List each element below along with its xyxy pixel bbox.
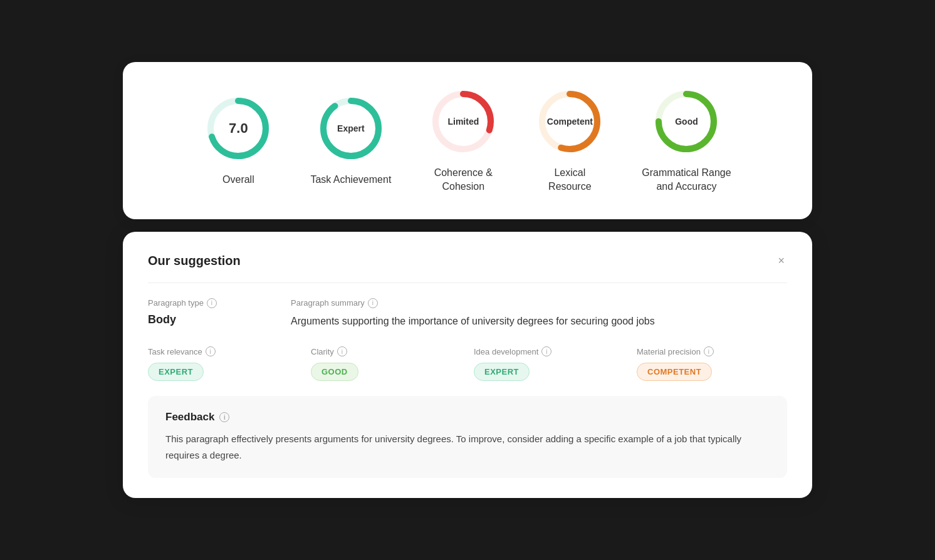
ring-text-grammatical-range: Good [675,116,698,127]
score-label-task-achievement: Task Achievement [310,173,391,187]
ring-coherence-cohesion: Limited [429,87,498,156]
metric-badge-idea-development: EXPERT [474,363,530,381]
score-label-coherence-cohesion: Coherence &Cohesion [434,166,493,194]
paragraph-type-label: Paragraph type i [148,298,273,308]
suggestion-title: Our suggestion [148,254,241,268]
score-item-coherence-cohesion: Limited Coherence &Cohesion [429,87,498,194]
metric-info-icon-clarity[interactable]: i [337,346,347,356]
ring-overall: 7.0 [204,94,273,163]
score-item-task-achievement: Expert Task Achievement [310,94,391,187]
metric-label-idea-development: Idea development i [474,346,624,356]
metric-task-relevance: Task relevance i EXPERT [148,346,298,381]
metrics-row: Task relevance i EXPERT Clarity i GOOD I… [148,346,787,381]
metric-info-icon-idea-development[interactable]: i [541,346,551,356]
paragraph-summary-info-icon[interactable]: i [368,298,378,308]
feedback-text: This paragraph effectively presents argu… [165,431,770,463]
scores-card: 7.0 Overall Expert Task Achievement Limi… [123,62,812,219]
ring-text-task-achievement: Expert [337,123,365,134]
paragraph-summary-value: Arguments supporting the importance of u… [291,313,787,329]
paragraph-summary-field: Paragraph summary i Arguments supporting… [291,298,787,329]
metric-label-material-precision: Material precision i [637,346,787,356]
paragraph-type-value: Body [148,313,273,326]
metric-badge-task-relevance: EXPERT [148,363,204,381]
close-button[interactable]: × [775,252,787,270]
score-item-grammatical-range: Good Grammatical Rangeand Accuracy [642,87,731,194]
score-label-grammatical-range: Grammatical Rangeand Accuracy [642,166,731,194]
feedback-title: Feedback i [165,411,770,423]
metric-badge-material-precision: COMPETENT [637,363,712,381]
metric-clarity: Clarity i GOOD [311,346,461,381]
paragraph-summary-label: Paragraph summary i [291,298,787,308]
ring-grammatical-range: Good [652,87,721,156]
metric-info-icon-task-relevance[interactable]: i [206,346,216,356]
metric-label-clarity: Clarity i [311,346,461,356]
metric-label-task-relevance: Task relevance i [148,346,298,356]
score-label-lexical-resource: LexicalResource [548,166,591,194]
info-grid: Paragraph type i Body Paragraph summary … [148,298,787,329]
metric-material-precision: Material precision i COMPETENT [637,346,787,381]
ring-task-achievement: Expert [316,94,385,163]
feedback-info-icon[interactable]: i [219,412,229,422]
metric-idea-development: Idea development i EXPERT [474,346,624,381]
ring-lexical-resource: Competent [535,87,604,156]
ring-text-lexical-resource: Competent [547,116,593,127]
paragraph-type-field: Paragraph type i Body [148,298,273,329]
suggestion-card: Our suggestion × Paragraph type i Body P… [123,232,812,499]
suggestion-header: Our suggestion × [148,252,787,283]
score-item-overall: 7.0 Overall [204,94,273,187]
metric-info-icon-material-precision[interactable]: i [704,346,714,356]
metric-badge-clarity: GOOD [311,363,358,381]
ring-text-overall: 7.0 [229,120,248,137]
ring-text-coherence-cohesion: Limited [447,116,479,127]
score-item-lexical-resource: Competent LexicalResource [535,87,604,194]
paragraph-type-info-icon[interactable]: i [207,298,217,308]
feedback-section: Feedback i This paragraph effectively pr… [148,396,787,478]
score-label-overall: Overall [222,173,254,187]
